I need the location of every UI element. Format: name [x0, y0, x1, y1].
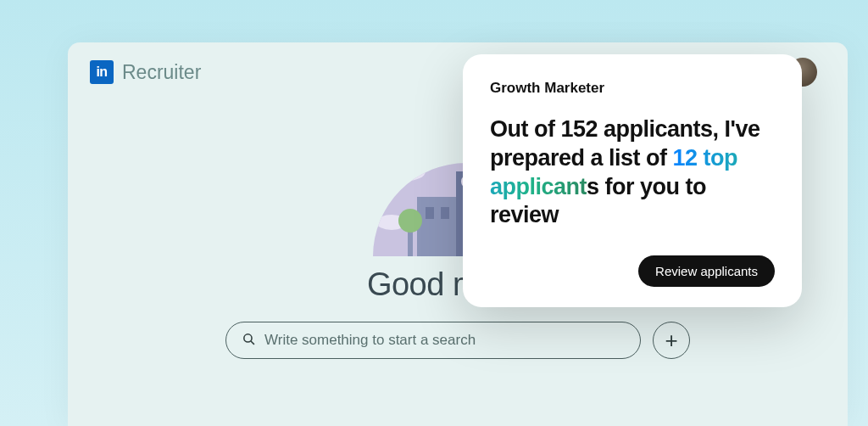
search-input[interactable]: Write something to start a search	[225, 322, 641, 359]
svg-point-16	[244, 334, 252, 341]
plus-icon: +	[665, 328, 677, 354]
card-actions: Review applicants	[490, 255, 775, 287]
search-icon	[242, 332, 256, 350]
applicants-card: Growth Marketer Out of 152 applicants, I…	[463, 54, 802, 307]
add-button[interactable]: +	[653, 322, 690, 359]
search-row: Write something to start a search +	[225, 322, 690, 359]
svg-line-17	[251, 340, 254, 344]
review-applicants-button[interactable]: Review applicants	[638, 255, 775, 287]
svg-rect-12	[408, 229, 413, 256]
product-name: Recruiter	[122, 61, 201, 84]
linkedin-logo-icon: in	[90, 60, 114, 84]
svg-rect-9	[441, 207, 449, 219]
search-placeholder: Write something to start a search	[264, 332, 476, 349]
svg-rect-8	[426, 207, 434, 219]
svg-point-13	[398, 209, 422, 233]
svg-point-0	[388, 162, 426, 181]
brand: in Recruiter	[90, 60, 201, 84]
card-role-title: Growth Marketer	[490, 80, 775, 97]
card-headline: Out of 152 applicants, I've prepared a l…	[490, 115, 775, 230]
